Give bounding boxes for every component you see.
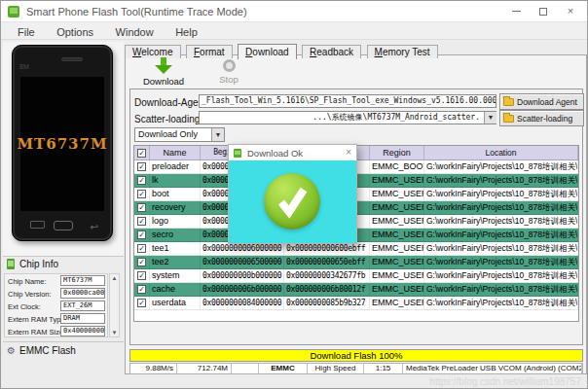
cell-name: recovery [150,201,201,214]
col-region[interactable]: Region [370,146,424,159]
download-agent-input[interactable]: _Flash_Tool_Win_5.1616\SP_Flash_Tool_exe… [199,94,496,108]
chevron-down-icon[interactable]: ▼ [484,112,496,124]
status-speed: 9.88M/s [130,364,177,373]
ram-size-value: 0x40000000 [60,326,105,336]
row-checkbox[interactable] [134,269,150,282]
download-agent-label: Download-Agent [134,97,206,108]
cell-location: G:\workInFairy\Projects\10_878培训相关\培训材..… [424,160,578,173]
tab-bar: Welcome Format Download Readback Memory … [125,41,439,54]
ram-size-label: Extern RAM Size: [8,328,65,336]
download-ok-dialog[interactable]: Download Ok × [228,144,357,244]
chip-name-value: MT6737M [60,275,105,286]
scroll-up-icon[interactable]: ▲ [110,275,119,281]
emmc-flash-header[interactable]: ⚙EMMC Flash [7,345,76,356]
row-checkbox[interactable] [134,188,150,200]
cell-end: 0x0000000085b9b327 [284,297,370,309]
phone-home-button [54,221,73,230]
download-mode-value: Download Only [138,129,198,139]
phone-screen: MT6737M [20,77,104,211]
dialog-title-bar[interactable]: Download Ok × [229,145,356,160]
download-mode-select[interactable]: Download Only ▼ [134,127,225,142]
tab-readback[interactable]: Readback [302,45,361,58]
row-checkbox[interactable] [134,242,150,255]
phone-preview-panel: 8M MT6737M ↩ [3,42,124,256]
progress-bar: Download Flash 100% [129,349,583,362]
stop-icon [223,59,236,72]
minimize-button[interactable] [505,4,527,19]
status-time: 1:15 [364,364,403,373]
cell-region: EMMC_USER [370,174,424,187]
folder-icon [503,98,514,106]
menu-bar: File Options Window Help [1,22,588,40]
status-storage: EMMC [259,364,308,373]
dialog-close-icon[interactable]: × [346,147,351,158]
phone-speaker [61,57,83,61]
chip-version-label: Chip Version: [8,290,52,299]
download-button[interactable]: Download [132,57,195,87]
cell-name: userdata [150,297,201,309]
dialog-title: Download Ok [247,148,303,159]
cell-region: EMMC_USER [370,269,424,282]
phone-menu-button [30,221,45,229]
title-bar[interactable]: Smart Phone Flash Tool(Runtime Trace Mod… [1,1,588,22]
tab-welcome[interactable]: Welcome [125,45,181,58]
cell-region: EMMC_USER [370,229,424,241]
maximize-button[interactable] [533,4,554,19]
cell-location: G:\workInFairy\Projects\10_878培训相关\培训材..… [424,188,578,200]
phone-badge: 8M [19,63,29,70]
gear-icon: ⚙ [7,345,16,356]
table-row-tee2[interactable]: tee20x00000000065000000x000000000650ebff… [134,256,578,269]
row-checkbox[interactable] [134,160,150,173]
ram-type-value: DRAM [60,313,105,324]
row-checkbox[interactable] [134,283,150,296]
row-checkbox[interactable] [134,215,150,228]
cell-region: EMMC_USER [370,242,424,255]
col-location[interactable]: Location [424,146,578,159]
cell-region: EMMC_USER [370,283,424,296]
dialog-app-icon [234,149,241,158]
cell-region: EMMC_USER [370,188,424,200]
download-arrow-icon [155,57,172,74]
menu-options[interactable]: Options [48,24,102,38]
cell-region: EMMC_BOOT_1 [370,160,424,173]
menu-file[interactable]: File [9,24,44,38]
download-agent-browse-button[interactable]: Download Agent [499,93,584,110]
table-row-tee1[interactable]: tee10x00000000060000000x000000000600ebff… [134,242,578,256]
ext-clock-label: Ext Clock: [8,302,41,311]
stop-button[interactable]: Stop [198,57,260,87]
cell-location: G:\workInFairy\Projects\10_878培训相关\培训材..… [424,229,578,241]
chip-info-header[interactable]: Chip Info [7,259,58,271]
cell-name: secro [150,229,201,241]
scatter-loading-browse-button[interactable]: Scatter-loading [499,110,584,126]
row-checkbox[interactable] [134,256,150,268]
tab-format[interactable]: Format [186,45,233,58]
tab-memory-test[interactable]: Memory Test [367,45,438,58]
emmc-flash-label: EMMC Flash [19,345,76,356]
ext-clock-value: EXT_26M [60,301,105,311]
table-row-userdata[interactable]: userdata0x00000000840000000x0000000085b9… [134,297,578,310]
divider [3,341,124,342]
status-port: MediaTek PreLoader USB VCOM (Android) (C… [403,364,582,373]
window-title: Smart Phone Flash Tool(Runtime Trace Mod… [26,6,247,18]
menu-window[interactable]: Window [107,24,163,38]
cell-region: EMMC_USER [370,201,424,214]
table-row-system[interactable]: system0x000000000b0000000x00000000342677… [134,269,578,283]
row-checkbox[interactable] [134,229,150,241]
chevron-down-icon[interactable]: ▼ [211,128,224,141]
scroll-down-icon[interactable]: ▼ [110,330,119,336]
cell-region: EMMC_USER [370,256,424,268]
close-button[interactable]: × [560,4,581,19]
cell-location: G:\workInFairy\Projects\10_878培训相关\培训材..… [424,242,578,255]
chip-info-scrollbar[interactable]: ▲ ▼ [109,273,120,337]
col-name[interactable]: Name [150,146,201,159]
select-all-checkbox[interactable] [134,146,150,159]
menu-help[interactable]: Help [166,24,206,38]
row-checkbox[interactable] [134,174,150,187]
row-checkbox[interactable] [134,297,150,309]
table-row-cache[interactable]: cache0x000000006b0000000x000000006b80012… [134,283,578,297]
cell-end: 0x000000006b80012f [284,283,370,296]
cell-name: cache [150,283,201,296]
row-checkbox[interactable] [134,201,150,214]
chip-info-panel: Chip Name:MT6737M Chip Version:0x0000ca0… [4,273,108,337]
scatter-file-combobox[interactable]: ...\系统镜像\MT6737M_Android_scatter. [199,111,496,124]
